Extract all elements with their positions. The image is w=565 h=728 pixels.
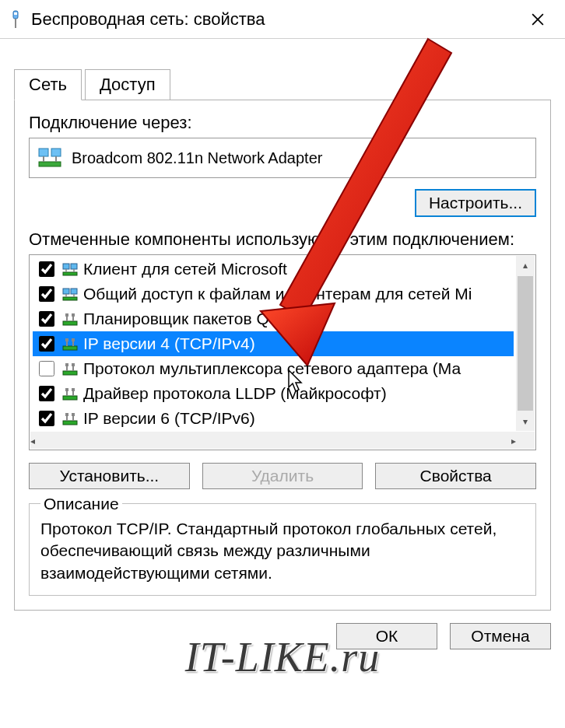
tab-panel-network: Подключение через: Broadcom 802.11n Netw…	[14, 100, 551, 611]
svg-rect-16	[71, 289, 77, 294]
description-legend: Описание	[40, 495, 122, 513]
network-client-icon	[61, 285, 79, 303]
adapter-name: Broadcom 802.11n Network Adapter	[72, 149, 322, 167]
close-icon	[532, 13, 544, 26]
svg-rect-30	[63, 371, 77, 375]
configure-button[interactable]: Настроить...	[415, 189, 536, 217]
scroll-down-icon[interactable]: ▾	[516, 412, 535, 431]
svg-rect-43	[65, 413, 68, 416]
network-adapter-icon	[8, 8, 23, 31]
component-checkbox[interactable]	[39, 361, 54, 376]
svg-rect-17	[63, 297, 77, 300]
components-label: Отмеченные компоненты используются этим …	[29, 229, 536, 250]
svg-rect-1	[14, 12, 17, 15]
svg-rect-40	[63, 421, 77, 425]
list-item[interactable]: Клиент для сетей Microsoft	[33, 257, 514, 282]
tab-strip: Сеть Доступ	[14, 68, 551, 100]
svg-rect-6	[51, 149, 61, 156]
close-button[interactable]	[518, 0, 557, 39]
svg-rect-10	[63, 264, 69, 269]
network-protocol-icon	[61, 335, 79, 352]
properties-button[interactable]: Свойства	[375, 463, 536, 489]
window-title: Беспроводная сеть: свойства	[31, 9, 518, 30]
scroll-thumb-vertical[interactable]	[518, 276, 533, 411]
svg-rect-34	[72, 363, 75, 366]
remove-button: Удалить	[202, 463, 363, 489]
component-label: Драйвер протокола LLDP (Майкрософт)	[83, 384, 387, 403]
svg-rect-5	[39, 149, 48, 156]
component-checkbox[interactable]	[39, 386, 54, 401]
svg-rect-23	[65, 313, 68, 317]
component-checkbox[interactable]	[39, 286, 54, 302]
svg-rect-11	[71, 264, 77, 269]
network-protocol-icon	[61, 410, 79, 427]
svg-rect-29	[72, 338, 75, 341]
list-item[interactable]: IP версии 6 (TCP/IPv6)	[33, 406, 514, 431]
network-protocol-icon	[61, 360, 79, 377]
svg-rect-33	[65, 363, 68, 366]
cancel-button[interactable]: Отмена	[450, 623, 551, 649]
install-button[interactable]: Установить...	[29, 463, 190, 489]
component-label: IP версии 4 (TCP/IPv4)	[83, 334, 255, 353]
adapter-box[interactable]: Broadcom 802.11n Network Adapter	[29, 138, 536, 178]
scroll-corner	[516, 432, 535, 449]
component-checkbox[interactable]	[39, 411, 54, 426]
svg-rect-38	[65, 388, 68, 391]
tab-access[interactable]: Доступ	[85, 69, 170, 100]
network-protocol-icon	[61, 385, 79, 402]
svg-rect-15	[63, 289, 69, 294]
network-protocol-icon	[61, 310, 79, 327]
network-card-icon	[37, 146, 64, 170]
component-checkbox[interactable]	[39, 261, 54, 277]
tab-network[interactable]: Сеть	[14, 69, 82, 100]
list-item[interactable]: Драйвер протокола LLDP (Майкрософт)	[33, 381, 514, 406]
titlebar: Беспроводная сеть: свойства	[0, 0, 565, 39]
svg-rect-35	[63, 396, 77, 400]
list-item[interactable]: Общий доступ к файлам и принтерам для се…	[33, 282, 514, 306]
components-listbox[interactable]: Клиент для сетей MicrosoftОбщий доступ к…	[29, 254, 536, 450]
component-label: Клиент для сетей Microsoft	[83, 260, 287, 278]
svg-rect-12	[63, 272, 77, 275]
scroll-up-icon[interactable]: ▴	[516, 256, 535, 275]
component-label: IP версии 6 (TCP/IPv6)	[83, 409, 255, 428]
component-label: Планировщик пакетов QoS	[83, 310, 289, 328]
description-group: Описание Протокол TCP/IP. Стандартный пр…	[29, 503, 536, 596]
component-checkbox[interactable]	[39, 311, 54, 327]
vertical-scrollbar[interactable]: ▴ ▾	[516, 256, 535, 431]
component-label: Протокол мультиплексора сетевого адаптер…	[83, 359, 461, 378]
svg-rect-28	[65, 338, 68, 341]
svg-rect-25	[63, 346, 77, 350]
list-item[interactable]: Протокол мультиплексора сетевого адаптер…	[33, 356, 514, 381]
list-item[interactable]: IP версии 4 (TCP/IPv4)	[33, 331, 514, 356]
description-text: Протокол TCP/IP. Стандартный протокол гл…	[40, 518, 525, 584]
svg-rect-24	[72, 313, 75, 317]
svg-rect-44	[72, 413, 75, 416]
component-label: Общий доступ к файлам и принтерам для се…	[83, 285, 472, 303]
network-client-icon	[61, 261, 79, 278]
svg-rect-39	[72, 388, 75, 391]
horizontal-scrollbar[interactable]: ◂ ▸	[30, 432, 516, 449]
ok-button[interactable]: ОК	[336, 623, 437, 649]
svg-rect-20	[63, 321, 77, 325]
svg-rect-7	[39, 162, 61, 166]
connect-via-label: Подключение через:	[29, 113, 536, 133]
component-checkbox[interactable]	[39, 336, 54, 352]
list-item[interactable]: Планировщик пакетов QoS	[33, 306, 514, 331]
